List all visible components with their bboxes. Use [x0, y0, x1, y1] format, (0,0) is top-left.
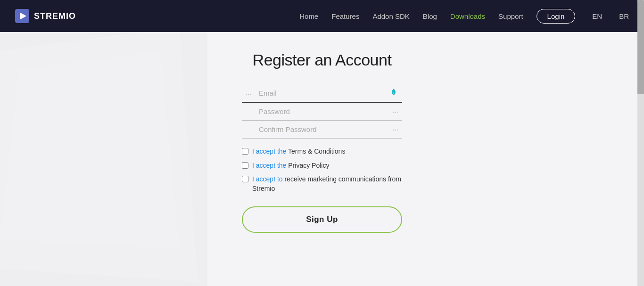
password-input[interactable] — [242, 103, 402, 121]
signup-button[interactable]: Sign Up — [242, 206, 402, 233]
nav-links: Home Features Addon SDK Blog Downloads S… — [299, 9, 629, 24]
email-input[interactable] — [242, 84, 402, 103]
nav-addon-sdk[interactable]: Addon SDK — [372, 12, 409, 20]
password-field-container: ⋯ — [242, 103, 402, 121]
privacy-checkbox[interactable] — [242, 162, 248, 169]
svg-marker-2 — [0, 32, 207, 286]
navbar: STREMIO Home Features Addon SDK Blog Dow… — [0, 0, 644, 32]
login-button[interactable]: Login — [537, 9, 576, 24]
terms-link-text: I accept the — [252, 147, 288, 155]
terms-checkbox[interactable] — [242, 148, 248, 155]
logo-text: STREMIO — [34, 11, 76, 21]
logo-icon — [15, 9, 29, 23]
nav-features[interactable]: Features — [331, 12, 359, 20]
terms-text: I accept the Terms & Conditions — [252, 147, 345, 156]
marketing-checkbox[interactable] — [242, 176, 248, 182]
terms-checkbox-label[interactable]: I accept the Terms & Conditions — [242, 147, 402, 156]
scrollbar[interactable] — [637, 0, 644, 286]
privacy-text: I accept the Privacy Policy — [252, 161, 329, 171]
lang-br[interactable]: BR — [619, 12, 629, 20]
marketing-text: I accept to receive marketing communicat… — [252, 175, 402, 193]
lang-en[interactable]: EN — [592, 12, 602, 20]
confirm-password-field-container: ⋯ — [242, 121, 402, 139]
password-dots-icon: ⋯ — [392, 108, 398, 115]
email-field-container: ⋯ — [242, 84, 402, 103]
svg-marker-4 — [0, 51, 179, 249]
privacy-checkbox-label[interactable]: I accept the Privacy Policy — [242, 161, 402, 171]
register-card: Register an Account ⋯ ⋯ ⋯ — [242, 51, 402, 233]
main-content: Register an Account ⋯ ⋯ ⋯ — [0, 32, 644, 286]
email-dots-icon: ⋯ — [246, 90, 252, 97]
scrollbar-thumb[interactable] — [637, 0, 644, 94]
stremio-leaf-icon — [389, 88, 398, 99]
logo-link[interactable]: STREMIO — [15, 9, 76, 23]
register-title: Register an Account — [253, 51, 392, 69]
nav-blog[interactable]: Blog — [423, 12, 437, 20]
nav-support[interactable]: Support — [498, 12, 523, 20]
confirm-password-dots-icon: ⋯ — [392, 126, 398, 133]
marketing-checkbox-label[interactable]: I accept to receive marketing communicat… — [242, 175, 402, 193]
svg-marker-3 — [0, 32, 198, 282]
nav-downloads[interactable]: Downloads — [450, 12, 485, 20]
nav-home[interactable]: Home — [299, 12, 318, 20]
privacy-link-text: I accept the — [252, 162, 288, 169]
confirm-password-input[interactable] — [242, 121, 402, 139]
marketing-link-text: I accept to — [252, 175, 284, 183]
bg-decoration — [0, 32, 207, 286]
checkbox-group: I accept the Terms & Conditions I accept… — [242, 147, 402, 193]
